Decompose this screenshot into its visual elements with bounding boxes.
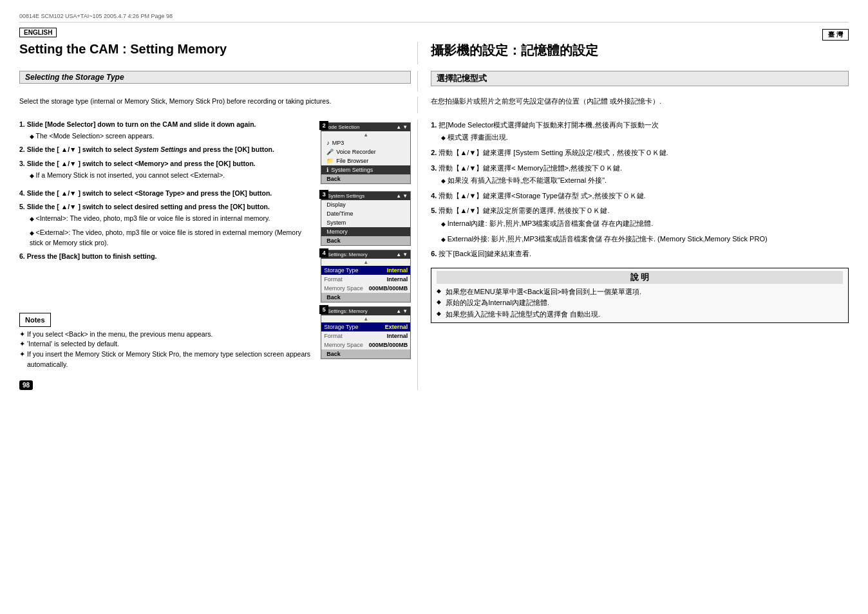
screen-5-row-storage[interactable]: Storage Type External: [321, 322, 410, 331]
screen-3-icons: ▲ ▼: [396, 193, 408, 199]
screen-2-box: Mode Selection ▲ ▼ ▲ ♪ MP3 🎤 Voice Recor…: [321, 122, 411, 184]
screen-4-memory-value: 000MB/000MB: [369, 285, 408, 292]
notes-box: Notes: [19, 313, 51, 327]
steps-list-en-2: 4. Slide the [ ▲/▼ ] switch to select <S…: [19, 189, 316, 263]
screen-3-header: ℹ System Settings ▲ ▼: [321, 192, 410, 200]
step-1-bullet-1: The <Mode Selection> screen appears.: [30, 131, 316, 142]
screen-5-header: ℹ Settings: Memory ▲ ▼: [321, 307, 410, 315]
zh-note-2: 原始的設定為Internal內建記憶體.: [437, 297, 843, 309]
screen-3-item-datetime[interactable]: Date/Time: [321, 209, 410, 218]
screen-3-item-display[interactable]: Display: [321, 200, 410, 209]
screen-4-icons: ▲ ▼: [396, 252, 408, 257]
screen-5-row-memory: Memory Space 000MB/000MB: [321, 340, 410, 349]
intro-text-en: Select the storage type (internal or Mem…: [19, 97, 411, 107]
zh-notes-box: 說 明 如果您在MENU菜單中選<Back返回>時會回到上一個菜單選項. 原始的…: [431, 268, 849, 324]
screen-5-memory-value: 000MB/000MB: [369, 342, 408, 348]
screen-3-title: ℹ System Settings: [324, 193, 364, 199]
screen-5-title: ℹ Settings: Memory: [324, 308, 367, 314]
section-subtitle-zh: 選擇記憶型式: [431, 71, 849, 86]
page-container: 00814E SCM102 USA+TAI~105 2005.4.7 4:26 …: [0, 0, 868, 614]
intro-text-zh: 在您拍攝影片或照片之前您可先設定儲存的位置（內記體 或外接記憶卡）.: [431, 97, 849, 107]
screen-3-back[interactable]: Back: [321, 236, 410, 245]
screen-3-box: ℹ System Settings ▲ ▼ Display Date/Time …: [321, 191, 411, 246]
screen-4-format-value: Internal: [387, 276, 408, 283]
screen-4-box: ℹ Settings: Memory ▲ ▼ ▲ Storage Type In…: [321, 250, 411, 302]
zh-note-3: 如果您插入記憶卡時,記憶型式的選擇會 自動出現.: [437, 309, 843, 321]
screen-4: 4 ℹ Settings: Memory ▲ ▼ ▲ Storage Type …: [321, 250, 411, 302]
main-title-en: Setting the CAM : Setting Memory: [19, 42, 411, 57]
steps-list-en: 1. Slide [Mode Selector] down to turn on…: [19, 120, 316, 181]
screen-5-row-format: Format Internal: [321, 331, 410, 340]
screen-5: 5 ℹ Settings: Memory ▲ ▼ ▲ Storage Type …: [321, 306, 411, 359]
zh-note-1: 如果您在MENU菜單中選<Back返回>時會回到上一個菜單選項.: [437, 286, 843, 298]
screen-4-storage-value: Internal: [387, 267, 408, 274]
note-3: If you insert the Memory Stick or Memory…: [19, 349, 316, 370]
screen-2-item-file[interactable]: 📁 File Browser: [321, 156, 410, 165]
screen-2-icons: ▲ ▼: [396, 124, 408, 130]
screen-4-memory-label: Memory Space: [324, 285, 363, 292]
screen-3-item-system[interactable]: System: [321, 218, 410, 227]
screen-2-num: 2: [319, 121, 328, 130]
voice-icon: 🎤: [326, 149, 334, 155]
zh-step-1-bullet: 模式選 擇畫面出現.: [441, 132, 849, 144]
screen-3-num: 3: [319, 190, 328, 199]
screen-4-back[interactable]: Back: [321, 293, 410, 302]
step-4: 4. Slide the [ ▲/▼ ] switch to select <S…: [19, 189, 316, 199]
screen-3-item-memory[interactable]: Memory: [321, 227, 410, 236]
step-5: 5. Slide the [ ▲/▼ ] switch to select de…: [19, 202, 316, 248]
zh-step-3-bullet: 如果沒 有插入記憶卡時,您不能選取"External 外接".: [441, 175, 849, 187]
screen-5-format-value: Internal: [387, 333, 408, 339]
zh-step-5-bullet-internal: Internal內建: 影片,照片,MP3檔案或語音檔案會儲 存在內建記憶體.: [441, 218, 849, 230]
zh-notes-label: 說 明: [437, 271, 843, 284]
screen-4-row-storage[interactable]: Storage Type Internal: [321, 266, 410, 275]
screen-5-memory-label: Memory Space: [324, 342, 363, 348]
note-2: 'Internal' is selected by default.: [19, 339, 316, 349]
step-3-bullet-1: If a Memory Stick is not inserted, you c…: [30, 171, 316, 181]
file-icon: 📁: [326, 158, 334, 164]
notes-items: If you select <Back> in the menu, the pr…: [19, 330, 316, 370]
system-icon: ℹ: [326, 167, 328, 173]
zh-step-6: 6. 按下[Back返回]鍵來結束查看.: [431, 248, 849, 260]
screen-4-scroll-up: ▲: [321, 259, 410, 266]
screen-3: 3 ℹ System Settings ▲ ▼ Display Date/Tim…: [321, 191, 411, 246]
screen-4-header: ℹ Settings: Memory ▲ ▼: [321, 250, 410, 259]
zh-step-5-bullet-external: External外接: 影片,照片,MP3檔案或語音檔案會儲 存在外接記憶卡. …: [441, 234, 849, 245]
notes-label: Notes: [25, 316, 45, 324]
screen-2-item-system[interactable]: ℹ System Settings: [321, 165, 410, 174]
screen-5-icons: ▲ ▼: [396, 308, 408, 314]
main-title-zh: 攝影機的設定：記憶體的設定: [431, 42, 849, 59]
zh-steps-list: 1. 把[Mode Selector模式選擇鍵向下扳動來打開本機,然後再向下扳動…: [431, 120, 849, 260]
zh-step-4: 4. 滑動【▲/▼】鍵來選擇<Storage Type儲存型 式>,然後按下ＯＫ…: [431, 191, 849, 202]
zh-notes-items: 如果您在MENU菜單中選<Back返回>時會回到上一個菜單選項. 原始的設定為I…: [437, 286, 843, 321]
screen-5-num: 5: [319, 305, 328, 314]
section-subtitle-en: Selecting the Storage Type: [19, 71, 411, 84]
screen-4-num: 4: [319, 248, 328, 257]
screen-4-format-label: Format: [324, 276, 343, 283]
page-badge: 98: [19, 380, 33, 390]
step-5-bullet-internal: <Internal>: The video, photo, mp3 file o…: [30, 214, 316, 224]
taiwan-badge: 臺 灣: [822, 29, 849, 41]
step-5-bullet-external: <External>: The video, photo, mp3 file o…: [30, 228, 316, 248]
screen-5-storage-value: External: [385, 324, 408, 330]
zh-step-1: 1. 把[Mode Selector模式選擇鍵向下扳動來打開本機,然後再向下扳動…: [431, 120, 849, 144]
screen-5-box: ℹ Settings: Memory ▲ ▼ ▲ Storage Type Ex…: [321, 306, 411, 359]
top-meta: 00814E SCM102 USA+TAI~105 2005.4.7 4:26 …: [19, 13, 849, 23]
step-2: 2. Slide the [ ▲/▼ ] switch to select Sy…: [19, 145, 316, 155]
screen-2-item-mp3[interactable]: ♪ MP3: [321, 138, 410, 147]
screen-4-row-format: Format Internal: [321, 275, 410, 284]
screen-2-scroll-up: ▲: [321, 131, 410, 138]
step-1: 1. Slide [Mode Selector] down to turn on…: [19, 120, 316, 142]
screen-2-header: Mode Selection ▲ ▼: [321, 123, 410, 131]
screen-4-storage-label: Storage Type: [324, 267, 358, 274]
screen-2-item-voice[interactable]: 🎤 Voice Recorder: [321, 147, 410, 156]
screen-2-title: Mode Selection: [324, 124, 359, 130]
screen-5-back[interactable]: Back: [321, 349, 410, 358]
step-6: 6. Press the [Back] button to finish set…: [19, 252, 316, 262]
mp3-icon: ♪: [326, 140, 330, 146]
right-col: 1. 把[Mode Selector模式選擇鍵向下扳動來打開本機,然後再向下扳動…: [418, 120, 849, 390]
screen-5-scroll-up: ▲: [321, 315, 410, 322]
screen-2-back[interactable]: Back: [321, 174, 410, 183]
english-badge: ENGLISH: [19, 28, 57, 37]
zh-step-2: 2. 滑動【▲/▼】鍵來選擇 [System Setting 系統設定/模式，然…: [431, 147, 849, 159]
step-3: 3. Slide the [ ▲/▼ ] switch to select <M…: [19, 159, 316, 181]
